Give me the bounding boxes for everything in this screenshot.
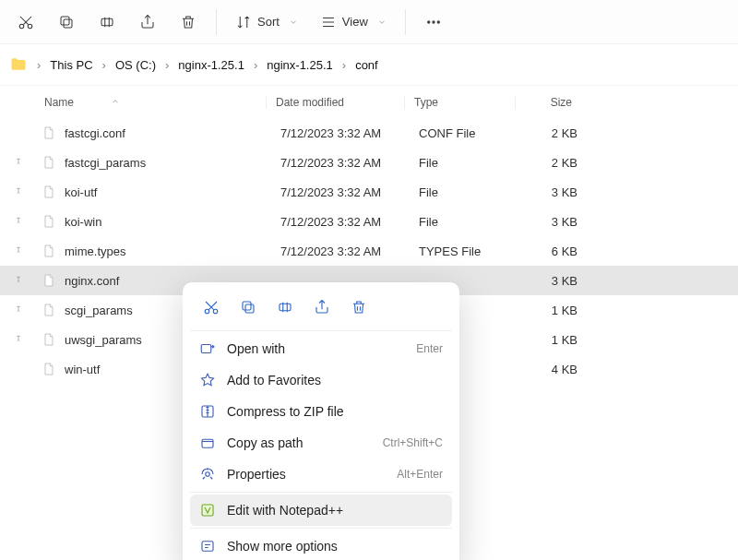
- sort-asc-icon: [111, 96, 120, 109]
- view-label: View: [342, 15, 368, 29]
- chevron-down-icon: [289, 18, 298, 27]
- shortcut-label: Ctrl+Shift+C: [383, 436, 443, 449]
- col-type[interactable]: Type: [404, 96, 515, 109]
- svg-rect-18: [202, 542, 213, 552]
- file-size: 3 KB: [520, 215, 596, 229]
- file-type: File: [410, 215, 520, 229]
- col-type-label: Type: [414, 96, 438, 109]
- svg-rect-12: [280, 304, 291, 311]
- file-icon: [39, 300, 59, 320]
- file-date: 7/12/2023 3:32 AM: [271, 185, 410, 199]
- file-name: koi-win: [65, 215, 271, 229]
- share-button[interactable]: [129, 6, 166, 39]
- context-compress-zip[interactable]: Compress to ZIP file: [190, 396, 452, 427]
- svg-rect-13: [201, 345, 211, 353]
- context-show-more[interactable]: Show more options: [190, 530, 452, 560]
- col-date[interactable]: Date modified: [266, 96, 404, 109]
- zip-icon: [199, 403, 216, 420]
- svg-rect-3: [61, 17, 69, 25]
- svg-rect-10: [245, 304, 254, 313]
- open-with-icon: [199, 340, 216, 357]
- context-copy-button[interactable]: [232, 293, 264, 321]
- col-name-label: Name: [44, 96, 74, 109]
- separator: [405, 9, 406, 35]
- context-copy-path[interactable]: Copy as path Ctrl+Shift+C: [190, 427, 452, 459]
- context-edit-notepadpp[interactable]: Edit with Notepad++: [190, 494, 452, 526]
- context-cut-button[interactable]: [196, 293, 227, 321]
- col-name[interactable]: Name: [44, 96, 266, 109]
- star-icon: [199, 372, 216, 388]
- breadcrumb-seg[interactable]: This PC: [50, 58, 92, 72]
- file-size: 1 KB: [520, 333, 596, 347]
- table-row[interactable]: fastcgi_params7/12/2023 3:32 AMFile2 KB: [0, 148, 738, 177]
- pin-icon: [13, 246, 24, 256]
- svg-rect-15: [202, 439, 213, 447]
- file-size: 2 KB: [520, 126, 596, 140]
- rename-button[interactable]: [89, 6, 125, 39]
- delete-button[interactable]: [170, 6, 207, 39]
- file-icon: [39, 123, 59, 143]
- context-item-label: Add to Favorites: [227, 373, 321, 387]
- chevron-right-icon: ›: [254, 58, 257, 72]
- view-button[interactable]: View: [311, 6, 396, 39]
- context-delete-button[interactable]: [343, 293, 375, 321]
- file-type: CONF File: [410, 126, 520, 140]
- file-name: fastcgi.conf: [65, 126, 271, 140]
- svg-rect-11: [243, 302, 251, 310]
- context-item-label: Edit with Notepad++: [227, 503, 343, 518]
- context-share-button[interactable]: [306, 293, 338, 321]
- chevron-down-icon: [377, 18, 387, 27]
- sort-button[interactable]: Sort: [226, 6, 307, 39]
- pin-icon: [13, 305, 24, 315]
- table-row[interactable]: koi-win7/12/2023 3:32 AMFile3 KB: [0, 207, 738, 236]
- file-name: mime.types: [65, 244, 271, 258]
- file-size: 6 KB: [520, 244, 596, 258]
- context-add-favorites[interactable]: Add to Favorites: [190, 364, 452, 396]
- file-icon: [39, 182, 59, 202]
- breadcrumb[interactable]: › This PC › OS (C:) › nginx-1.25.1 › ngi…: [0, 44, 738, 85]
- svg-point-0: [19, 24, 24, 29]
- context-item-label: Copy as path: [227, 435, 304, 450]
- svg-point-6: [433, 20, 434, 22]
- svg-point-8: [205, 309, 209, 314]
- chevron-right-icon: ›: [165, 58, 169, 72]
- context-item-label: Properties: [227, 467, 286, 482]
- context-open-with[interactable]: Open with Enter: [190, 333, 452, 364]
- context-item-label: Show more options: [227, 539, 338, 554]
- copy-path-icon: [199, 435, 216, 451]
- folder-icon: [9, 55, 28, 74]
- svg-rect-2: [64, 19, 72, 28]
- file-date: 7/12/2023 3:32 AM: [271, 244, 410, 258]
- table-row[interactable]: koi-utf7/12/2023 3:32 AMFile3 KB: [0, 177, 738, 207]
- pin-icon: [13, 187, 24, 197]
- more-button[interactable]: [415, 6, 452, 39]
- context-properties[interactable]: Properties Alt+Enter: [190, 459, 452, 490]
- notepadpp-icon: [199, 502, 216, 518]
- breadcrumb-seg[interactable]: nginx-1.25.1: [267, 58, 333, 72]
- shortcut-label: Alt+Enter: [397, 468, 443, 481]
- svg-point-5: [427, 20, 429, 22]
- file-type: TYPES File: [410, 244, 520, 258]
- chevron-right-icon: ›: [342, 58, 346, 72]
- col-size-label: Size: [551, 96, 572, 109]
- col-size[interactable]: Size: [515, 96, 590, 109]
- file-icon: [39, 241, 59, 261]
- table-row[interactable]: fastcgi.conf7/12/2023 3:32 AMCONF File2 …: [0, 118, 738, 148]
- svg-rect-4: [101, 18, 113, 26]
- file-date: 7/12/2023 3:32 AM: [271, 156, 410, 170]
- file-icon: [39, 359, 59, 379]
- pin-icon: [13, 335, 24, 344]
- breadcrumb-seg[interactable]: OS (C:): [115, 58, 156, 72]
- context-rename-button[interactable]: [269, 293, 301, 321]
- file-size: 2 KB: [520, 156, 596, 170]
- col-date-label: Date modified: [276, 96, 344, 109]
- table-row[interactable]: mime.types7/12/2023 3:32 AMTYPES File6 K…: [0, 236, 738, 266]
- cut-button[interactable]: [7, 6, 44, 39]
- breadcrumb-seg[interactable]: nginx-1.25.1: [178, 58, 244, 72]
- file-size: 3 KB: [520, 274, 596, 288]
- breadcrumb-seg[interactable]: conf: [355, 58, 378, 72]
- pin-icon: [13, 158, 24, 167]
- more-icon: [199, 538, 216, 554]
- copy-button[interactable]: [48, 6, 85, 39]
- separator: [216, 9, 217, 35]
